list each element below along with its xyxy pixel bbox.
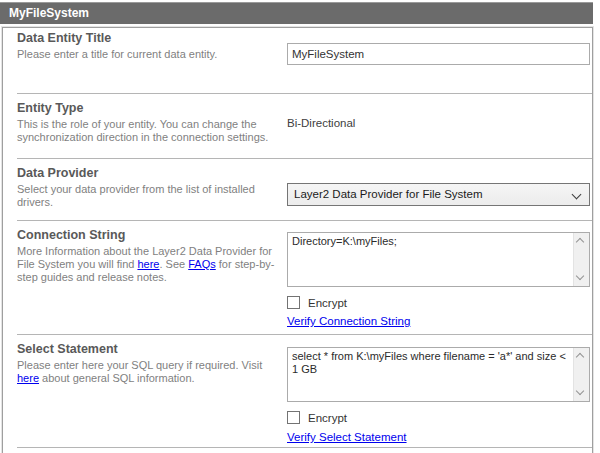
connection-string-text[interactable]: Directory=K:\myFiles; bbox=[288, 233, 572, 286]
section-label-block: Connection String More Information about… bbox=[17, 228, 285, 284]
encrypt-checkbox-row[interactable]: Encrypt bbox=[287, 296, 487, 310]
select-statement-text[interactable]: select * from K:\myFiles where filename … bbox=[288, 348, 572, 401]
section-description: This is the role of your entity. You can… bbox=[17, 118, 285, 144]
data-entity-settings-window: MyFileSystem Data Entity Title Please en… bbox=[0, 0, 600, 453]
scroll-down-button[interactable] bbox=[573, 270, 589, 286]
chevron-down-icon bbox=[576, 272, 584, 280]
section-data-provider: Data Provider Select your data provider … bbox=[3, 158, 592, 220]
vertical-scrollbar[interactable] bbox=[573, 233, 589, 286]
faqs-link[interactable]: FAQs bbox=[188, 258, 216, 270]
encrypt-label: Encrypt bbox=[308, 411, 347, 425]
description-text: Please enter a title for current data en… bbox=[17, 48, 217, 60]
section-data-entity-title: Data Entity Title Please enter a title f… bbox=[3, 28, 592, 93]
section-heading: Select Statement bbox=[17, 342, 285, 356]
data-entity-title-input[interactable] bbox=[287, 43, 590, 65]
dropdown-selected-value: Layer2 Data Provider for File System bbox=[294, 188, 483, 200]
section-entity-type: Entity Type This is the role of your ent… bbox=[3, 93, 592, 158]
select-statement-textarea[interactable]: select * from K:\myFiles where filename … bbox=[287, 347, 590, 402]
encrypt-checkbox[interactable] bbox=[287, 411, 300, 424]
section-heading: Entity Type bbox=[17, 101, 285, 115]
connection-info-here-link[interactable]: here bbox=[137, 258, 159, 270]
section-heading: Data Provider bbox=[17, 166, 285, 180]
description-text: This is the role of your entity. You can… bbox=[17, 118, 268, 143]
section-label-block: Data Entity Title Please enter a title f… bbox=[17, 31, 285, 61]
section-description: More Information about the Layer2 Data P… bbox=[17, 245, 285, 284]
data-provider-dropdown[interactable]: Layer2 Data Provider for File System bbox=[287, 183, 590, 206]
description-text: . See bbox=[159, 258, 188, 270]
chevron-down-icon bbox=[572, 190, 582, 200]
description-text: about general SQL information. bbox=[39, 372, 195, 384]
verify-connection-string-link[interactable]: Verify Connection String bbox=[287, 315, 410, 327]
settings-panel: Data Entity Title Please enter a title f… bbox=[2, 27, 593, 453]
scroll-up-button[interactable] bbox=[573, 348, 589, 364]
chevron-up-icon bbox=[576, 238, 584, 246]
section-divider bbox=[17, 447, 592, 448]
sql-info-here-link[interactable]: here bbox=[17, 372, 39, 384]
section-select-statement: Select Statement Please enter here your … bbox=[3, 334, 592, 447]
section-heading: Data Entity Title bbox=[17, 31, 285, 45]
section-description: Select your data provider from the list … bbox=[17, 183, 285, 209]
description-text: Select your data provider from the list … bbox=[17, 183, 255, 208]
section-label-block: Entity Type This is the role of your ent… bbox=[17, 101, 285, 144]
scroll-up-button[interactable] bbox=[573, 233, 589, 249]
section-heading: Connection String bbox=[17, 228, 285, 242]
section-description: Please enter a title for current data en… bbox=[17, 48, 285, 61]
chevron-down-icon bbox=[576, 387, 584, 395]
window-titlebar: MyFileSystem bbox=[0, 2, 593, 24]
verify-select-statement-link[interactable]: Verify Select Statement bbox=[287, 431, 407, 443]
window-title: MyFileSystem bbox=[9, 6, 89, 20]
section-description: Please enter here your SQL query if requ… bbox=[17, 359, 285, 385]
chevron-up-icon bbox=[576, 353, 584, 361]
connection-string-textarea[interactable]: Directory=K:\myFiles; bbox=[287, 232, 590, 287]
section-label-block: Data Provider Select your data provider … bbox=[17, 166, 285, 209]
encrypt-label: Encrypt bbox=[308, 296, 347, 310]
scroll-down-button[interactable] bbox=[573, 385, 589, 401]
section-label-block: Select Statement Please enter here your … bbox=[17, 342, 285, 385]
encrypt-checkbox[interactable] bbox=[287, 296, 300, 309]
section-connection-string: Connection String More Information about… bbox=[3, 220, 592, 334]
description-text: Please enter here your SQL query if requ… bbox=[17, 359, 262, 371]
encrypt-checkbox-row[interactable]: Encrypt bbox=[287, 411, 487, 425]
entity-type-value: Bi-Directional bbox=[287, 117, 355, 129]
vertical-scrollbar[interactable] bbox=[573, 348, 589, 401]
